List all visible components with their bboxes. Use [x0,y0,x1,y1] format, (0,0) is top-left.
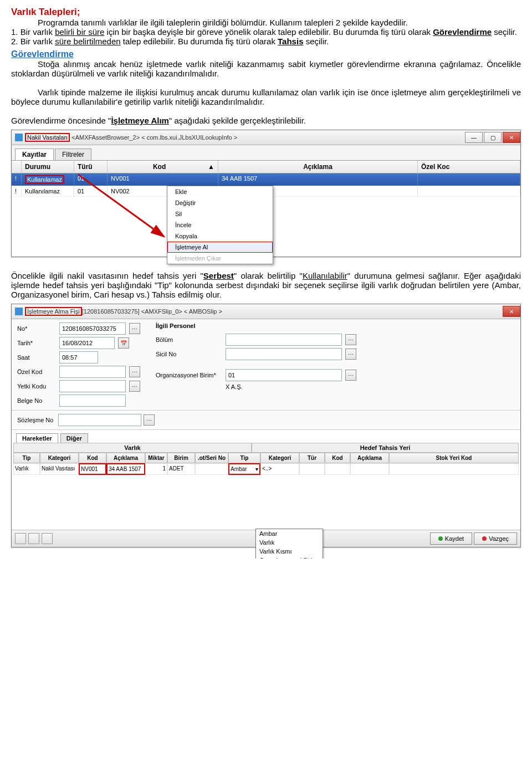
menu-degistir[interactable]: Değiştir [167,197,273,208]
label-sicil: Sicil No [156,351,222,357]
form-area: No* ⋯ Tarih* 📅 Saat Özel Kod ⋯ Yetki Kod… [12,319,520,411]
titlebar: Nakil Vasıtaları <AMXFAssetBrowser_2> < … [12,130,520,145]
input-bolum[interactable] [226,334,342,346]
close-button[interactable]: ✕ [503,132,520,143]
tabs: Kayıtlar Filtreler [12,145,520,161]
footer-icon[interactable] [15,533,26,544]
app-icon [15,308,23,315]
label-bolum: Bölüm [156,336,222,343]
tab-diger[interactable]: Diğer [60,433,88,443]
label-no: No* [17,325,56,332]
cancel-icon [482,536,487,541]
input-tarih[interactable] [59,337,115,349]
menu-isletmeden-cikar: İşletmeden Çıkar [167,253,273,264]
title-highlight: Nakil Vasıtaları [25,133,70,142]
save-button[interactable]: Kaydet [430,533,472,545]
lookup-icon[interactable]: ⋯ [129,381,140,392]
title-rest: [1208160857033275] <AMXFSlip_0> < AMBOSl… [82,308,222,315]
calendar-icon[interactable]: 📅 [118,337,129,349]
cell-hedef-tip[interactable]: Ambar ▾ [228,463,260,475]
lookup-icon[interactable]: ⋯ [345,334,356,345]
menu-ekle[interactable]: Ekle [167,186,273,197]
title: Varlık Talepleri; [11,7,80,17]
grid-header: Durumu Türü Kod ▲ Açıklama Özel Koc [12,161,520,173]
paragraph-3: Varlık tipinde malzeme ile ilişkisi kuru… [11,88,521,106]
minimize-button[interactable]: — [465,132,483,143]
grid-header: Tip Kategori Kod Açıklama Miktar Birim .… [13,453,519,463]
close-button[interactable]: ✕ [503,306,520,317]
dd-varlik-kismi[interactable]: Varlık Kısmı [256,547,323,556]
label-saat: Saat [17,354,56,361]
footer-icon[interactable] [42,533,53,544]
table-row[interactable]: ! Kullanılamaz 01 NV001 34 AAB 1507 [12,173,520,186]
grid-body: ! Kullanılamaz 01 NV001 34 AAB 1507 ! Ku… [12,173,520,257]
paragraph-5: Öncelikle ilgili nakil vasıtasının hedef… [11,271,521,299]
label-ozelkod: Özel Kod [17,368,56,375]
col-kod[interactable]: Kod ▲ [108,161,218,173]
col-durumu[interactable]: Durumu [22,161,74,173]
input-no[interactable] [59,322,126,335]
window-asset-browser: Nakil Vasıtaları <AMXFAssetBrowser_2> < … [11,130,521,257]
menu-sil[interactable]: Sil [167,208,273,219]
col-turu[interactable]: Türü [74,161,108,173]
input-sicil[interactable] [226,348,342,360]
grid-header-group: Varlık Hedef Tahsis Yeri [13,443,519,453]
label-org: Organizasyonel Birim* [156,372,222,378]
input-saat[interactable] [59,351,98,363]
app-icon [15,134,23,141]
menu-incele[interactable]: İncele [167,219,273,231]
table-row[interactable]: Varlık Nakil Vasıtası NV001 34 AAB 1507 … [13,463,519,475]
list-item-1: 1. Bir varlık belirli bir süre için bir … [11,27,521,37]
menu-kopyala[interactable]: Kopyala [167,231,273,242]
paragraph-4: Görevlendirme öncesinde "İşletmeye Alım"… [11,116,521,125]
label-sozlesme: Sözleşme No [17,417,56,423]
title-rest: <AMXFAssetBrowser_2> < com.lbs.xui.JLbsX… [70,134,237,141]
cancel-button[interactable]: Vazgeç [474,533,517,545]
col-ozelkod[interactable]: Özel Koc [418,161,520,173]
menu-isletmeye-al[interactable]: İşletmeye Al [167,242,273,253]
lookup-icon[interactable]: ⋯ [129,366,140,377]
label-belge: Belge No [17,397,56,404]
lookup-icon[interactable]: ⋯ [144,414,155,426]
lookup-icon[interactable]: ⋯ [129,323,140,334]
tab-kayitlar[interactable]: Kayıtlar [15,149,54,160]
cell-kod: NV001 [79,463,106,475]
section-heading: Görevlendirme [11,49,74,59]
input-yetki[interactable] [59,380,126,392]
label-tarih: Tarih* [17,340,56,346]
dd-org-birim[interactable]: Organizasyonel Birim [256,556,323,559]
check-icon [438,536,443,541]
label-yetki: Yetki Kodu [17,383,56,390]
cell-aciklama: 34 AAB 1507 [106,463,145,475]
paragraph-2: Stoğa alınmış ancak henüz işletmede varl… [11,59,521,78]
footer-icon[interactable] [28,533,39,544]
list-item-2: 2. Bir varlık süre belirtilmeden talep e… [11,37,521,46]
tab-hareketler[interactable]: Hareketler [16,433,58,443]
section-personel: İlgili Personel [156,322,356,329]
paragraph-intro: Programda tanımlı varlıklar ile ilgili t… [11,18,521,27]
lookup-icon[interactable]: ⋯ [345,349,356,360]
tab-filtreler[interactable]: Filtreler [55,149,91,160]
dd-varlik[interactable]: Varlık [256,538,323,547]
maximize-button[interactable]: ▢ [484,132,502,143]
org-name: X A.Ş. [226,383,243,390]
col-aciklama[interactable]: Açıklama [218,161,418,173]
window-slip: İşletmeye Alma Fişi[1208160857033275] <A… [11,304,521,547]
lookup-icon[interactable]: ⋯ [345,370,356,381]
sozlesme-row: Sözleşme No ⋯ [12,411,520,430]
input-sozlesme[interactable] [58,414,141,426]
title-highlight: İşletmeye Alma Fişi [25,307,82,316]
input-belge[interactable] [59,395,126,407]
context-menu: Ekle Değiştir Sil İncele Kopyala İşletme… [167,186,273,264]
input-org[interactable] [226,369,342,381]
titlebar: İşletmeye Alma Fişi[1208160857033275] <A… [12,304,520,319]
dropdown-tahsis-tip: Ambar Varlık Varlık Kısmı Organizasyonel… [255,529,323,559]
input-ozelkod[interactable] [59,366,126,378]
dd-ambar[interactable]: Ambar [256,529,323,538]
